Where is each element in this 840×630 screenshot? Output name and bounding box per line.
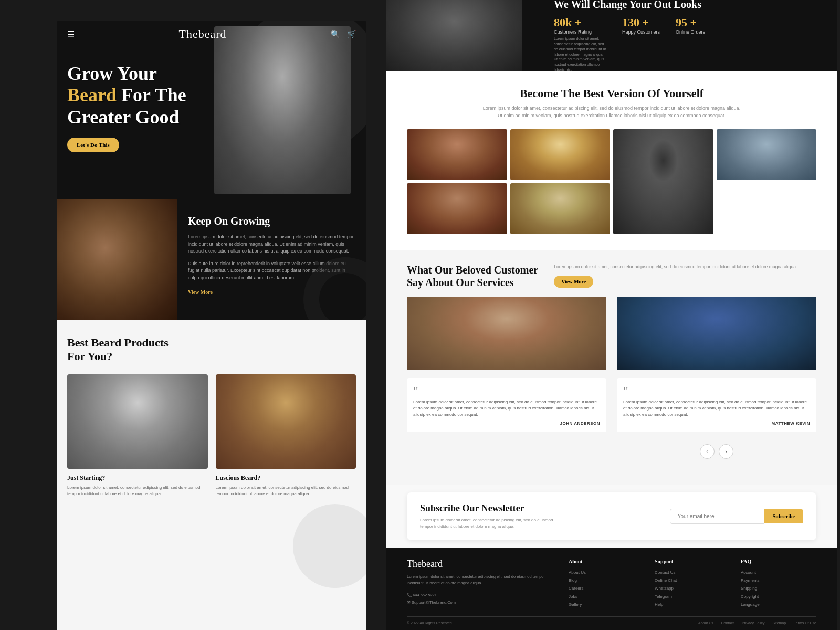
footer-link-jobs[interactable]: Jobs	[569, 593, 644, 601]
hero-title-highlight: Beard	[67, 85, 117, 106]
footer-support-links: Contact Us Online Chat Whatsapp Telegram…	[655, 569, 730, 608]
stat-number-1: 80k +	[554, 16, 606, 29]
hero-person-photo	[214, 26, 351, 194]
banner-title: We Will Change Your Out Looks	[554, 0, 705, 10]
left-panel: ☰ Thebeard 🔍 🛒 Grow Your Beard For The G…	[57, 21, 366, 630]
footer-link-help[interactable]: Help	[655, 601, 730, 608]
footer-faq-col: FAQ Account Payments Shipping Copyright …	[741, 559, 816, 608]
footer-link-gallery[interactable]: Gallery	[569, 601, 644, 608]
footer-bottom-links: About Us Contact Privacy Policy Sitemap …	[698, 621, 816, 625]
testimonial-nav-arrows: ‹ ›	[617, 444, 816, 459]
footer-brand-description: Lorem ipsum dolor sit amet, consectetur …	[407, 574, 558, 586]
product-desc-2: Lorem ipsum dolor sit amet, consectetur …	[216, 485, 356, 497]
footer-bottom-privacy[interactable]: Privacy Policy	[742, 621, 765, 625]
growing-person-photo	[57, 200, 177, 320]
gallery-grid	[407, 129, 816, 234]
banner-content: We Will Change Your Out Looks 80k + Cust…	[538, 0, 705, 71]
footer-section: Thebeard Lorem ipsum dolor sit amet, con…	[386, 548, 837, 630]
newsletter-title: Subscribe Our Newsletter	[420, 503, 670, 514]
quote-mark-1: "	[413, 384, 600, 397]
footer-link-telegram[interactable]: Telegram	[655, 593, 730, 601]
testimonial-card-left: " Lorem ipsum dolor sit amet, consectetu…	[407, 297, 606, 459]
gallery-image-6	[510, 183, 611, 234]
newsletter-form: Subscribe	[670, 509, 803, 524]
testimonial-quote-1: " Lorem ipsum dolor sit amet, consectetu…	[407, 378, 606, 432]
testimonials-desc: Lorem ipsum dolor sit amet, consectetur …	[554, 264, 797, 270]
footer-link-careers[interactable]: Careers	[569, 584, 644, 592]
footer-faq-title: FAQ	[741, 559, 816, 564]
product-photo-2	[216, 374, 356, 469]
footer-link-aboutus[interactable]: About Us	[569, 569, 644, 576]
footer-about-title: About	[569, 559, 644, 564]
hero-title: Grow Your Beard For The Greater Good	[67, 63, 186, 128]
stat-label-3: Online Orders	[676, 29, 705, 35]
growing-text1: Lorem ipsum dolor sit amet, consectetur …	[188, 234, 356, 255]
quote-text-2: Lorem ipsum dolor sit amet, consectetur …	[623, 399, 810, 418]
newsletter-desc: Lorem ipsum dolor sit amet, consectetur …	[420, 517, 556, 530]
gallery-image-4	[717, 129, 817, 180]
testimonials-view-more-button[interactable]: View More	[554, 276, 593, 288]
footer-copyright: © 2022 All Rights Reserved	[407, 621, 452, 625]
right-content: Become The Best Version Of Yourself Lore…	[386, 71, 837, 630]
footer-email: ✉ Support@Thebrand.Com	[407, 599, 558, 606]
hero-nav: ☰ Thebeard 🔍 🛒	[57, 21, 366, 47]
gallery-image-1	[407, 129, 507, 180]
footer-link-payments[interactable]: Payments	[741, 576, 816, 584]
footer-bottom-sitemap[interactable]: Sitemap	[773, 621, 786, 625]
footer-contact: 📞 444.662.5221 ✉ Support@Thebrand.Com	[407, 592, 558, 606]
testimonials-section: What Our Beloved CustomerSay About Our S…	[386, 250, 837, 485]
footer-link-language[interactable]: Language	[741, 601, 816, 608]
footer-support-title: Support	[655, 559, 730, 564]
footer-link-shipping[interactable]: Shipping	[741, 584, 816, 592]
product-desc-1: Lorem ipsum dolor sit amet, consectetur …	[67, 485, 208, 497]
product-image-1	[67, 374, 208, 469]
footer-link-chat[interactable]: Online Chat	[655, 576, 730, 584]
testimonial-quote-2: " Lorem ipsum dolor sit amet, consectetu…	[617, 378, 816, 432]
footer-bottom-terms[interactable]: Terms Of Use	[794, 621, 816, 625]
footer-link-account[interactable]: Account	[741, 569, 816, 576]
footer-about-col: About About Us Blog Careers Jobs Gallery	[569, 559, 644, 608]
products-bg-decoration	[293, 504, 366, 588]
hero-content: Grow Your Beard For The Greater Good Let…	[67, 63, 186, 152]
testimonial-prev-button[interactable]: ‹	[700, 444, 715, 459]
testimonials-header: What Our Beloved CustomerSay About Our S…	[407, 264, 816, 289]
right-panel: We Will Change Your Out Looks 80k + Cust…	[386, 0, 837, 630]
search-icon[interactable]: 🔍	[331, 30, 340, 39]
gallery-image-3	[613, 129, 713, 234]
products-section: Best Beard ProductsFor You? Just Startin…	[57, 320, 366, 630]
footer-link-contact[interactable]: Contact Us	[655, 569, 730, 576]
cart-icon[interactable]: 🛒	[347, 30, 356, 39]
quote-author-1: — JOHN ANDERSON	[413, 421, 600, 426]
footer-link-blog[interactable]: Blog	[569, 576, 644, 584]
quote-text-1: Lorem ipsum dolor sit amet, consectetur …	[413, 399, 600, 418]
footer-phone: 📞 444.662.5221	[407, 592, 558, 599]
growing-person-image	[57, 200, 177, 320]
stat-online-orders: 95 + Online Orders	[676, 16, 705, 71]
footer-link-whatsapp[interactable]: Whatsapp	[655, 584, 730, 592]
footer-faq-links: Account Payments Shipping Copyright Lang…	[741, 569, 816, 608]
footer-support-col: Support Contact Us Online Chat Whatsapp …	[655, 559, 730, 608]
testimonials-title: What Our Beloved CustomerSay About Our S…	[407, 264, 538, 289]
menu-icon[interactable]: ☰	[67, 29, 75, 39]
stat-number-2: 130 +	[622, 16, 660, 29]
footer-bottom: © 2022 All Rights Reserved About Us Cont…	[407, 616, 816, 625]
hero-cta-button[interactable]: Let's Do This	[67, 138, 119, 152]
testimonial-card-right: " Lorem ipsum dolor sit amet, consectetu…	[617, 297, 816, 459]
top-banner: We Will Change Your Out Looks 80k + Cust…	[386, 0, 837, 71]
hero-person-image	[214, 26, 351, 194]
product-subtitle-1: Just Starting?	[67, 474, 208, 482]
hero-title-line1: Grow Your	[67, 63, 157, 84]
footer-bottom-aboutus[interactable]: About Us	[698, 621, 713, 625]
footer-link-copyright[interactable]: Copyright	[741, 593, 816, 601]
best-version-title: Become The Best Version Of Yourself	[407, 87, 816, 100]
growing-view-more-link[interactable]: View More	[188, 289, 213, 295]
nav-logo: Thebeard	[178, 27, 226, 41]
banner-stats: 80k + Customers Rating Lorem ipsum dolor…	[554, 16, 705, 71]
hero-section: ☰ Thebeard 🔍 🛒 Grow Your Beard For The G…	[57, 21, 366, 200]
quote-author-2: — MATTHEW KEVIN	[623, 421, 810, 426]
gallery-image-5	[407, 183, 507, 234]
footer-bottom-contact[interactable]: Contact	[721, 621, 734, 625]
newsletter-email-input[interactable]	[670, 509, 764, 524]
newsletter-subscribe-button[interactable]: Subscribe	[764, 509, 803, 523]
testimonial-next-button[interactable]: ›	[719, 444, 733, 459]
